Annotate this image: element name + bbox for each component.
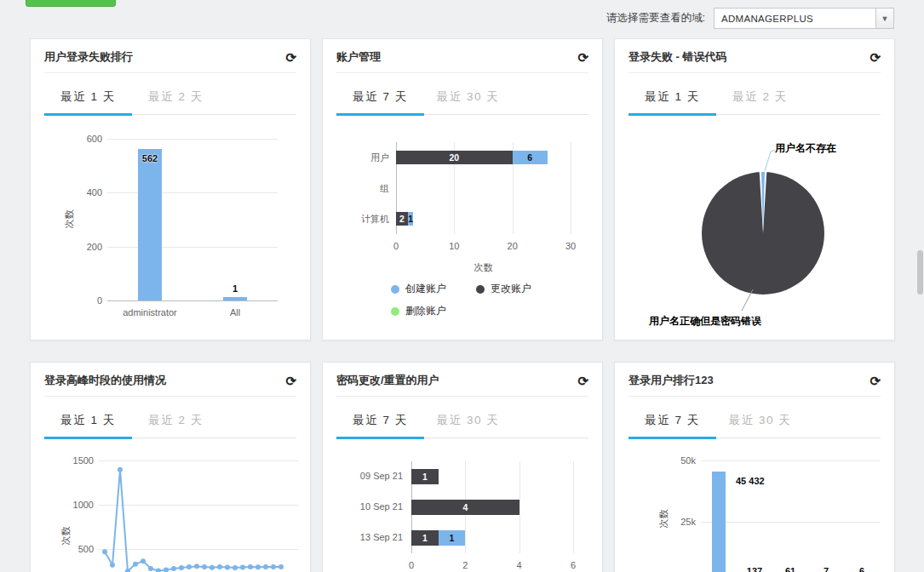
widget-tabs: 最近 7 天 最近 30 天 (628, 405, 881, 438)
chart-login-failure-error-codes: 用户名不存在用户名正确但是密码错误 (628, 122, 881, 330)
widget-tabs: 最近 7 天 最近 30 天 (336, 82, 588, 115)
line-marker (248, 564, 253, 569)
legend-item[interactable]: 删除账户 (391, 304, 476, 318)
widget-header: 登录用户排行123 ⟳ (628, 363, 881, 397)
bar-segment-value-label: 1 (411, 533, 439, 543)
y-category-label: 09 Sep 21 (336, 471, 403, 481)
x-axis-line (107, 300, 278, 301)
line-marker (171, 566, 176, 571)
tab-last-1-day[interactable]: 最近 1 天 (628, 82, 716, 114)
refresh-icon[interactable]: ⟳ (285, 51, 296, 64)
line-marker (102, 549, 107, 554)
line-marker (209, 565, 215, 570)
refresh-icon[interactable]: ⟳ (869, 51, 881, 64)
y-category-label: 10 Sep 21 (336, 501, 403, 512)
x-tick-label: 30 (558, 241, 583, 251)
bar-value-label: 562 (116, 153, 184, 163)
gridline (573, 461, 574, 553)
refresh-icon[interactable]: ⟳ (869, 375, 881, 387)
legend-item[interactable]: 创建账户 (391, 282, 476, 296)
dashboard-page: 请选择需要查看的域: ADMANAGERPLUS ▼ 用户登录失败排行 ⟳ 最近… (0, 0, 924, 572)
x-tick-label: 20 (500, 241, 525, 251)
line-marker (217, 564, 222, 569)
tab-last-2-days[interactable]: 最近 2 天 (132, 82, 220, 114)
legend-item[interactable]: 更改账户 (476, 282, 561, 296)
legend-marker (391, 307, 399, 316)
line-marker (263, 564, 268, 569)
line-marker (164, 568, 169, 572)
legend-marker (476, 285, 485, 294)
line-marker (225, 564, 230, 569)
line-marker (187, 564, 192, 569)
refresh-icon[interactable]: ⟳ (577, 51, 588, 64)
tab-last-7-days[interactable]: 最近 7 天 (336, 405, 424, 438)
widget-title: 登录高峰时段的使用情况 (44, 373, 166, 388)
legend-label: 删除账户 (405, 304, 446, 318)
y-category-label: 用户 (336, 152, 389, 164)
gridline (519, 461, 520, 553)
tab-last-2-days[interactable]: 最近 2 天 (716, 82, 804, 114)
line-path (105, 470, 281, 571)
line-marker (271, 564, 276, 569)
widget-header: 登录高峰时段的使用情况 ⟳ (44, 363, 296, 397)
bar-segment-value-label: 1 (408, 214, 414, 224)
widget-grid: 用户登录失败排行 ⟳ 最近 1 天 最近 2 天 次数0200400600562… (0, 37, 924, 572)
domain-select-value: ADMANAGERPLUS (715, 9, 875, 28)
bar-value-label: 6 (828, 566, 895, 572)
x-tick-label: 6 (560, 560, 586, 570)
line-marker (110, 563, 115, 568)
x-tick-label: 0 (399, 560, 424, 570)
tab-last-7-days[interactable]: 最近 7 天 (336, 82, 424, 114)
chart-login-peak-usage: 次数50010001500 (44, 445, 296, 572)
domain-select[interactable]: ADMANAGERPLUS ▼ (714, 8, 894, 29)
domain-picker: 请选择需要查看的域: ADMANAGERPLUS ▼ (606, 8, 894, 29)
tab-last-30-days[interactable]: 最近 30 天 (424, 405, 512, 438)
tab-last-30-days[interactable]: 最近 30 天 (424, 82, 512, 114)
y-tick-label: 200 (68, 242, 102, 252)
pie-label-major: 用户名正确但是密码错误 (649, 314, 761, 329)
chevron-down-icon: ▼ (875, 9, 893, 28)
widget-header: 用户登录失败排行 ⟳ (44, 39, 296, 73)
y-tick-label: 600 (68, 134, 102, 144)
bar-segment-value-label: 4 (411, 502, 519, 512)
legend-label: 创建账户 (405, 282, 446, 296)
x-tick-label: 2 (452, 560, 478, 570)
chart-account-management: 0102030次数用户206组计算机21创建账户更改账户删除账户 (336, 122, 588, 330)
widget-card-login-user-ranking: 登录用户排行123 ⟳ 最近 7 天 最近 30 天 次数25k50k45 43… (614, 362, 895, 572)
y-category-label: 计算机 (336, 213, 389, 226)
widget-tabs: 最近 1 天 最近 2 天 (44, 82, 296, 115)
top-green-button[interactable] (26, 0, 116, 7)
widget-header: 密码更改/重置的用户 ⟳ (336, 363, 588, 397)
gridline (701, 522, 880, 523)
tab-last-7-days[interactable]: 最近 7 天 (628, 405, 716, 438)
x-axis-title: 次数 (458, 261, 509, 274)
widget-card-login-peak-usage: 登录高峰时段的使用情况 ⟳ 最近 1 天 最近 2 天 次数5001000150… (30, 362, 311, 572)
widget-card-user-login-failure-ranking: 用户登录失败排行 ⟳ 最近 1 天 最近 2 天 次数0200400600562… (30, 38, 311, 340)
gridline (107, 247, 278, 248)
y-tick-label: 400 (68, 187, 102, 197)
pie-chart (628, 122, 882, 330)
widget-tabs: 最近 7 天 最近 30 天 (336, 405, 588, 438)
y-tick-label: 50k (662, 455, 696, 466)
refresh-icon[interactable]: ⟳ (285, 375, 296, 387)
vertical-scrollbar-thumb[interactable] (917, 250, 923, 295)
bar-segment-value-label: 2 (396, 214, 408, 224)
widget-card-login-failure-error-codes: 登录失败 - 错误代码 ⟳ 最近 1 天 最近 2 天 用户名不存在用户名正确但… (614, 38, 895, 340)
widget-card-password-changed-reset-users: 密码更改/重置的用户 ⟳ 最近 7 天 最近 30 天 024609 Sep 2… (322, 362, 603, 572)
bar-segment-value-label: 1 (439, 533, 466, 543)
tab-last-1-day[interactable]: 最近 1 天 (44, 82, 132, 114)
tab-last-30-days[interactable]: 最近 30 天 (716, 405, 804, 438)
line-marker (156, 569, 161, 572)
x-category-label: All (192, 307, 278, 317)
gridline (701, 460, 880, 461)
refresh-icon[interactable]: ⟳ (577, 375, 588, 387)
tab-last-2-days[interactable]: 最近 2 天 (132, 405, 220, 438)
widget-tabs: 最近 1 天 最近 2 天 (628, 82, 881, 115)
domain-select-label: 请选择需要查看的域: (606, 11, 705, 26)
line-marker (179, 565, 184, 570)
widget-header: 登录失败 - 错误代码 ⟳ (628, 39, 881, 73)
tab-last-1-day[interactable]: 最近 1 天 (44, 405, 132, 438)
line-series (44, 445, 311, 572)
y-axis-title: 次数 (63, 210, 76, 229)
pie-connector-bottom (742, 289, 753, 311)
